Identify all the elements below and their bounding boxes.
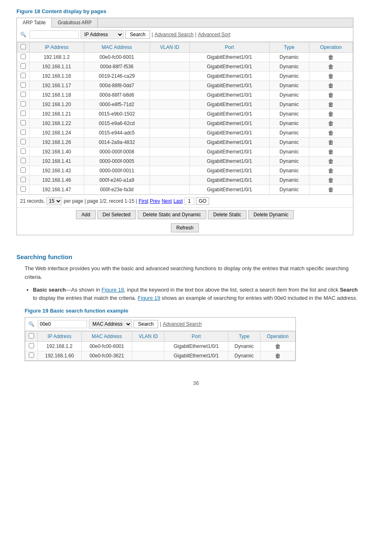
cell-operation[interactable]: 🗑: [260, 342, 295, 351]
row-checkbox[interactable]: [21, 73, 26, 78]
cell-operation[interactable]: 🗑: [309, 72, 353, 81]
cell-operation[interactable]: 🗑: [309, 81, 353, 90]
trash-icon[interactable]: 🗑: [328, 82, 334, 89]
trash-icon[interactable]: 🗑: [328, 92, 334, 98]
trash-icon[interactable]: 🗑: [328, 158, 334, 165]
row-checkbox[interactable]: [21, 54, 26, 59]
page-number-input[interactable]: [184, 197, 194, 205]
tab-arp-table[interactable]: ARP Table: [17, 18, 52, 28]
per-page-select[interactable]: 15 25 50: [46, 197, 62, 205]
cell-port: GigabitEthernet1/0/1: [189, 166, 269, 176]
row-checkbox-cell[interactable]: [17, 185, 30, 195]
advanced-sort-link[interactable]: Advanced Sort: [198, 32, 231, 37]
cell-operation[interactable]: 🗑: [309, 157, 353, 166]
cell-operation[interactable]: 🗑: [309, 53, 353, 62]
row-checkbox[interactable]: [21, 130, 26, 135]
fig18-ref-link[interactable]: Figure 18: [101, 287, 124, 293]
trash-icon[interactable]: 🗑: [328, 139, 334, 146]
cell-operation[interactable]: 🗑: [309, 119, 353, 128]
figure19-field-select[interactable]: IP Address MAC Address VLAN ID: [89, 320, 132, 329]
row-checkbox[interactable]: [21, 120, 26, 125]
row-checkbox[interactable]: [21, 63, 26, 69]
prev-page-link[interactable]: Prev: [150, 198, 160, 204]
header-checkbox[interactable]: [17, 42, 30, 53]
del-selected-button[interactable]: Del Selected: [97, 210, 136, 219]
tab-gratuitous-arp[interactable]: Gratuitous ARP: [52, 18, 98, 27]
f19-select-all[interactable]: [29, 333, 34, 338]
trash-icon[interactable]: 🗑: [328, 167, 334, 174]
row-checkbox[interactable]: [21, 167, 26, 173]
trash-icon[interactable]: 🗑: [328, 130, 334, 136]
row-checkbox[interactable]: [29, 352, 34, 358]
cell-operation[interactable]: 🗑: [309, 147, 353, 157]
row-checkbox-cell[interactable]: [17, 81, 30, 90]
row-checkbox[interactable]: [21, 101, 26, 107]
cell-operation[interactable]: 🗑: [260, 351, 295, 361]
trash-icon[interactable]: 🗑: [328, 63, 334, 70]
row-checkbox[interactable]: [21, 177, 26, 182]
first-page-link[interactable]: First: [138, 198, 148, 204]
go-button[interactable]: GO: [196, 197, 210, 205]
row-checkbox[interactable]: [21, 186, 26, 192]
next-page-link[interactable]: Next: [161, 198, 172, 204]
row-checkbox-cell[interactable]: [25, 351, 38, 361]
advanced-search-link[interactable]: Advanced Search: [154, 32, 194, 37]
row-checkbox-cell[interactable]: [17, 128, 30, 138]
row-checkbox-cell[interactable]: [17, 166, 30, 176]
figure19-advanced-search-link[interactable]: Advanced Search: [163, 321, 202, 327]
row-checkbox-cell[interactable]: [17, 90, 30, 100]
delete-static-button[interactable]: Delete Static: [208, 210, 247, 219]
select-all-checkbox[interactable]: [21, 44, 26, 49]
refresh-button[interactable]: Refresh: [171, 223, 199, 232]
row-checkbox-cell[interactable]: [17, 119, 30, 128]
row-checkbox[interactable]: [21, 82, 26, 88]
row-checkbox-cell[interactable]: [17, 157, 30, 166]
fig19-ref-link[interactable]: Figure 19: [138, 295, 160, 301]
row-checkbox-cell[interactable]: [17, 62, 30, 72]
trash-icon[interactable]: 🗑: [328, 148, 334, 155]
delete-dynamic-button[interactable]: Delete Dynamic: [248, 210, 294, 219]
f19-header-checkbox[interactable]: [25, 331, 38, 342]
search-input[interactable]: [30, 30, 79, 39]
row-checkbox[interactable]: [21, 111, 26, 116]
row-checkbox[interactable]: [21, 148, 26, 154]
cell-mac: 0000-000f-0011: [84, 166, 150, 176]
row-checkbox-cell[interactable]: [17, 72, 30, 81]
figure19-search-input[interactable]: [38, 320, 87, 328]
cell-operation[interactable]: 🗑: [309, 166, 353, 176]
add-button[interactable]: Add: [76, 210, 95, 219]
row-checkbox-cell[interactable]: [17, 138, 30, 147]
cell-operation[interactable]: 🗑: [309, 90, 353, 100]
trash-icon[interactable]: 🗑: [328, 177, 334, 183]
trash-icon[interactable]: 🗑: [328, 54, 334, 60]
last-page-link[interactable]: Last: [173, 198, 183, 204]
trash-icon[interactable]: 🗑: [328, 101, 334, 108]
row-checkbox[interactable]: [21, 158, 26, 163]
cell-operation[interactable]: 🗑: [309, 128, 353, 138]
cell-operation[interactable]: 🗑: [309, 109, 353, 119]
row-checkbox[interactable]: [21, 139, 26, 144]
trash-icon[interactable]: 🗑: [275, 343, 281, 350]
row-checkbox-cell[interactable]: [17, 100, 30, 109]
row-checkbox[interactable]: [29, 343, 34, 348]
cell-operation[interactable]: 🗑: [309, 138, 353, 147]
row-checkbox-cell[interactable]: [25, 342, 38, 351]
cell-operation[interactable]: 🗑: [309, 62, 353, 72]
row-checkbox-cell[interactable]: [17, 53, 30, 62]
row-checkbox[interactable]: [21, 92, 26, 97]
cell-operation[interactable]: 🗑: [309, 185, 353, 195]
cell-operation[interactable]: 🗑: [309, 100, 353, 109]
row-checkbox-cell[interactable]: [17, 176, 30, 185]
trash-icon[interactable]: 🗑: [275, 352, 281, 359]
figure19-search-button[interactable]: Search: [134, 320, 158, 328]
row-checkbox-cell[interactable]: [17, 109, 30, 119]
trash-icon[interactable]: 🗑: [328, 73, 334, 79]
trash-icon[interactable]: 🗑: [328, 186, 334, 193]
search-button[interactable]: Search: [125, 30, 150, 39]
trash-icon[interactable]: 🗑: [328, 111, 334, 117]
row-checkbox-cell[interactable]: [17, 147, 30, 157]
cell-operation[interactable]: 🗑: [309, 176, 353, 185]
delete-static-dynamic-button[interactable]: Delete Static and Dynamic: [138, 210, 206, 219]
search-field-select[interactable]: IP Address MAC Address VLAN ID Port Type: [81, 30, 124, 39]
trash-icon[interactable]: 🗑: [328, 120, 334, 127]
